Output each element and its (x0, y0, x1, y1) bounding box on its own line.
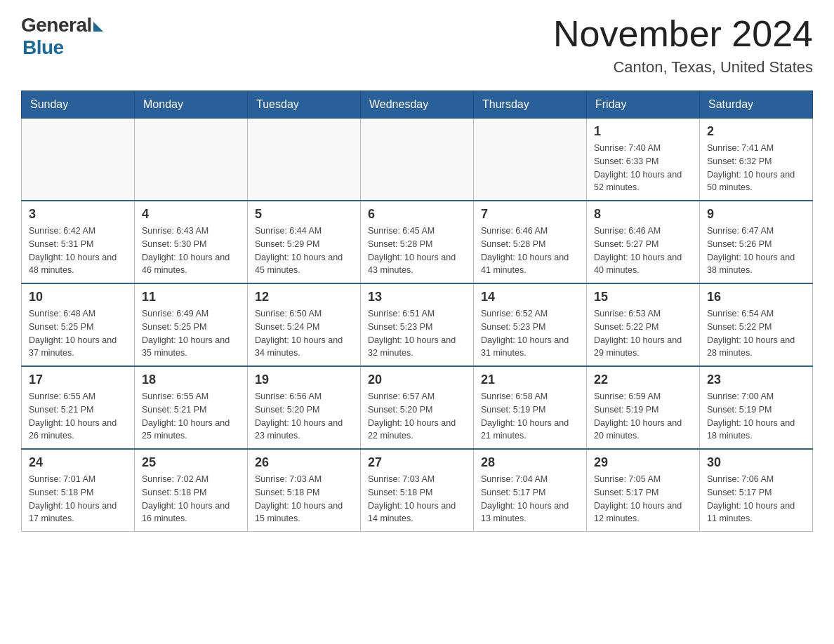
day-number: 15 (594, 290, 692, 304)
table-row: 19Sunrise: 6:56 AMSunset: 5:20 PMDayligh… (248, 366, 361, 449)
day-number: 12 (255, 290, 353, 304)
table-row: 13Sunrise: 6:51 AMSunset: 5:23 PMDayligh… (361, 283, 474, 366)
day-number: 2 (707, 124, 805, 139)
day-number: 28 (481, 455, 579, 470)
logo: General Blue (21, 14, 103, 59)
day-number: 3 (29, 207, 127, 222)
day-number: 24 (29, 455, 127, 470)
day-number: 17 (29, 373, 127, 387)
day-info: Sunrise: 7:06 AMSunset: 5:17 PMDaylight:… (707, 473, 805, 525)
day-info: Sunrise: 6:47 AMSunset: 5:26 PMDaylight:… (707, 224, 805, 277)
day-info: Sunrise: 6:53 AMSunset: 5:22 PMDaylight:… (594, 307, 692, 360)
table-row: 25Sunrise: 7:02 AMSunset: 5:18 PMDayligh… (135, 449, 248, 532)
day-number: 29 (594, 455, 692, 470)
day-info: Sunrise: 7:03 AMSunset: 5:18 PMDaylight:… (368, 473, 466, 525)
day-info: Sunrise: 6:45 AMSunset: 5:28 PMDaylight:… (368, 224, 466, 277)
week-row-2: 3Sunrise: 6:42 AMSunset: 5:31 PMDaylight… (22, 201, 813, 283)
table-row (22, 119, 135, 201)
week-row-4: 17Sunrise: 6:55 AMSunset: 5:21 PMDayligh… (22, 366, 813, 449)
table-row: 4Sunrise: 6:43 AMSunset: 5:30 PMDaylight… (135, 201, 248, 283)
table-row: 5Sunrise: 6:44 AMSunset: 5:29 PMDaylight… (248, 201, 361, 283)
table-row: 14Sunrise: 6:52 AMSunset: 5:23 PMDayligh… (474, 283, 587, 366)
table-row: 20Sunrise: 6:57 AMSunset: 5:20 PMDayligh… (361, 366, 474, 449)
table-row: 10Sunrise: 6:48 AMSunset: 5:25 PMDayligh… (22, 283, 135, 366)
day-number: 30 (707, 455, 805, 470)
day-info: Sunrise: 7:02 AMSunset: 5:18 PMDaylight:… (142, 473, 240, 525)
day-info: Sunrise: 6:54 AMSunset: 5:22 PMDaylight:… (707, 307, 805, 360)
day-info: Sunrise: 6:46 AMSunset: 5:28 PMDaylight:… (481, 224, 579, 277)
table-row: 1Sunrise: 7:40 AMSunset: 6:33 PMDaylight… (587, 119, 700, 201)
table-row: 11Sunrise: 6:49 AMSunset: 5:25 PMDayligh… (135, 283, 248, 366)
day-info: Sunrise: 6:58 AMSunset: 5:19 PMDaylight:… (481, 390, 579, 443)
table-row: 12Sunrise: 6:50 AMSunset: 5:24 PMDayligh… (248, 283, 361, 366)
header-thursday: Thursday (474, 91, 587, 119)
table-row: 17Sunrise: 6:55 AMSunset: 5:21 PMDayligh… (22, 366, 135, 449)
day-info: Sunrise: 6:55 AMSunset: 5:21 PMDaylight:… (142, 390, 240, 443)
table-row: 28Sunrise: 7:04 AMSunset: 5:17 PMDayligh… (474, 449, 587, 532)
day-number: 19 (255, 373, 353, 387)
day-info: Sunrise: 7:05 AMSunset: 5:17 PMDaylight:… (594, 473, 692, 525)
day-info: Sunrise: 6:43 AMSunset: 5:30 PMDaylight:… (142, 224, 240, 277)
day-info: Sunrise: 7:00 AMSunset: 5:19 PMDaylight:… (707, 390, 805, 443)
day-info: Sunrise: 7:04 AMSunset: 5:17 PMDaylight:… (481, 473, 579, 525)
table-row: 2Sunrise: 7:41 AMSunset: 6:32 PMDaylight… (700, 119, 813, 201)
table-row: 16Sunrise: 6:54 AMSunset: 5:22 PMDayligh… (700, 283, 813, 366)
day-info: Sunrise: 7:03 AMSunset: 5:18 PMDaylight:… (255, 473, 353, 525)
day-number: 9 (707, 207, 805, 222)
table-row: 7Sunrise: 6:46 AMSunset: 5:28 PMDaylight… (474, 201, 587, 283)
calendar-table: Sunday Monday Tuesday Wednesday Thursday… (21, 90, 813, 532)
day-number: 8 (594, 207, 692, 222)
header-tuesday: Tuesday (248, 91, 361, 119)
logo-general-text: General (21, 14, 92, 36)
day-info: Sunrise: 6:50 AMSunset: 5:24 PMDaylight:… (255, 307, 353, 360)
day-info: Sunrise: 7:01 AMSunset: 5:18 PMDaylight:… (29, 473, 127, 525)
header-monday: Monday (135, 91, 248, 119)
day-info: Sunrise: 6:48 AMSunset: 5:25 PMDaylight:… (29, 307, 127, 360)
calendar-location: Canton, Texas, United States (553, 58, 813, 76)
table-row: 22Sunrise: 6:59 AMSunset: 5:19 PMDayligh… (587, 366, 700, 449)
header-saturday: Saturday (700, 91, 813, 119)
table-row: 26Sunrise: 7:03 AMSunset: 5:18 PMDayligh… (248, 449, 361, 532)
day-number: 26 (255, 455, 353, 470)
table-row: 8Sunrise: 6:46 AMSunset: 5:27 PMDaylight… (587, 201, 700, 283)
title-section: November 2024 Canton, Texas, United Stat… (553, 14, 813, 76)
table-row: 3Sunrise: 6:42 AMSunset: 5:31 PMDaylight… (22, 201, 135, 283)
header-friday: Friday (587, 91, 700, 119)
day-number: 11 (142, 290, 240, 304)
day-number: 21 (481, 373, 579, 387)
day-number: 1 (594, 124, 692, 139)
day-number: 10 (29, 290, 127, 304)
table-row: 18Sunrise: 6:55 AMSunset: 5:21 PMDayligh… (135, 366, 248, 449)
table-row: 27Sunrise: 7:03 AMSunset: 5:18 PMDayligh… (361, 449, 474, 532)
logo-blue-text: Blue (22, 36, 64, 59)
day-info: Sunrise: 6:56 AMSunset: 5:20 PMDaylight:… (255, 390, 353, 443)
header-wednesday: Wednesday (361, 91, 474, 119)
day-number: 16 (707, 290, 805, 304)
page-header: General Blue November 2024 Canton, Texas… (21, 14, 813, 76)
day-number: 13 (368, 290, 466, 304)
day-number: 18 (142, 373, 240, 387)
day-info: Sunrise: 6:46 AMSunset: 5:27 PMDaylight:… (594, 224, 692, 277)
table-row: 24Sunrise: 7:01 AMSunset: 5:18 PMDayligh… (22, 449, 135, 532)
table-row (361, 119, 474, 201)
day-number: 7 (481, 207, 579, 222)
day-number: 22 (594, 373, 692, 387)
table-row: 23Sunrise: 7:00 AMSunset: 5:19 PMDayligh… (700, 366, 813, 449)
day-info: Sunrise: 6:57 AMSunset: 5:20 PMDaylight:… (368, 390, 466, 443)
day-info: Sunrise: 6:52 AMSunset: 5:23 PMDaylight:… (481, 307, 579, 360)
table-row (135, 119, 248, 201)
day-info: Sunrise: 7:40 AMSunset: 6:33 PMDaylight:… (594, 142, 692, 194)
table-row: 30Sunrise: 7:06 AMSunset: 5:17 PMDayligh… (700, 449, 813, 532)
calendar-header-row: Sunday Monday Tuesday Wednesday Thursday… (22, 91, 813, 119)
day-number: 14 (481, 290, 579, 304)
week-row-3: 10Sunrise: 6:48 AMSunset: 5:25 PMDayligh… (22, 283, 813, 366)
day-info: Sunrise: 6:55 AMSunset: 5:21 PMDaylight:… (29, 390, 127, 443)
day-info: Sunrise: 6:44 AMSunset: 5:29 PMDaylight:… (255, 224, 353, 277)
week-row-5: 24Sunrise: 7:01 AMSunset: 5:18 PMDayligh… (22, 449, 813, 532)
day-number: 5 (255, 207, 353, 222)
table-row: 6Sunrise: 6:45 AMSunset: 5:28 PMDaylight… (361, 201, 474, 283)
day-info: Sunrise: 6:49 AMSunset: 5:25 PMDaylight:… (142, 307, 240, 360)
day-number: 23 (707, 373, 805, 387)
day-info: Sunrise: 7:41 AMSunset: 6:32 PMDaylight:… (707, 142, 805, 194)
table-row (474, 119, 587, 201)
